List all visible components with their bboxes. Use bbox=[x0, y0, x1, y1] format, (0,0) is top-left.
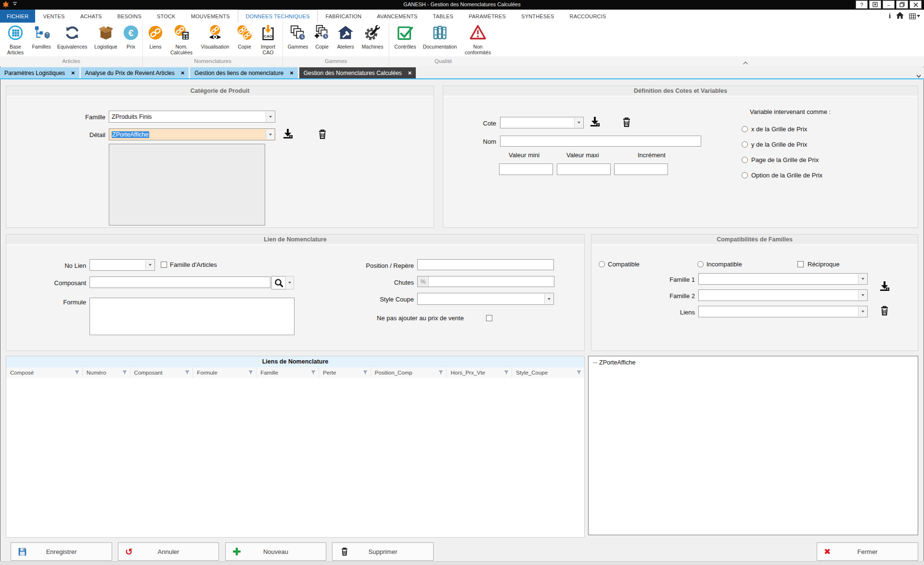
incompatible-radio[interactable] bbox=[697, 261, 704, 267]
help-button[interactable]: ? bbox=[856, 0, 868, 9]
nouveau-button[interactable]: Nouveau bbox=[225, 542, 326, 561]
close-tab-icon[interactable]: × bbox=[181, 71, 185, 75]
ribbon-item-nom-calculees[interactable]: Nom. Calculées bbox=[166, 23, 197, 56]
formule-textarea[interactable] bbox=[90, 298, 295, 335]
no-price-checkbox[interactable] bbox=[486, 315, 492, 321]
doc-tab-parametres-logistiques[interactable]: Paramètres Logistiques × bbox=[0, 67, 79, 78]
minimize-button[interactable]: – bbox=[883, 0, 895, 9]
no-lien-combobox[interactable] bbox=[90, 259, 155, 271]
menu-tab-syntheses[interactable]: SYNTHÈSES bbox=[513, 10, 562, 23]
ribbon-item-import-cao[interactable]: CAO Import CAO bbox=[256, 23, 281, 56]
menu-tab-donnees-techniques[interactable]: DONNÉES TECHNIQUES bbox=[238, 10, 318, 23]
ribbon-item-liens[interactable]: Liens bbox=[145, 23, 166, 56]
ribbon-item-logistique[interactable]: Logistique bbox=[90, 23, 121, 56]
column-header-style-coupe[interactable]: Style_Coupe bbox=[512, 367, 584, 378]
float-window-button[interactable] bbox=[869, 0, 881, 9]
famille2-combobox[interactable] bbox=[698, 289, 868, 301]
annuler-button[interactable]: ↺ Annuler bbox=[118, 542, 219, 561]
nom-input[interactable] bbox=[500, 136, 701, 147]
detail-combobox[interactable]: ZPorteAffiche bbox=[109, 128, 275, 140]
column-header-position-comp[interactable]: Position_Comp bbox=[371, 367, 447, 378]
delete-cote-button[interactable] bbox=[620, 116, 633, 128]
famille1-combobox[interactable] bbox=[698, 273, 868, 285]
chevron-down-icon[interactable] bbox=[544, 294, 553, 304]
ribbon-item-controles[interactable]: Contrôles bbox=[391, 23, 419, 56]
validate-cote-button[interactable] bbox=[589, 116, 601, 128]
close-tab-icon[interactable]: × bbox=[290, 71, 294, 75]
style-coupe-combobox[interactable] bbox=[417, 293, 554, 305]
close-tab-icon[interactable]: × bbox=[71, 71, 75, 75]
chevron-down-icon[interactable] bbox=[858, 307, 867, 316]
menu-tab-achats[interactable]: ACHATS bbox=[73, 10, 110, 23]
ribbon-item-familles[interactable]: Familles bbox=[29, 23, 54, 56]
composant-input[interactable] bbox=[90, 276, 270, 288]
ribbon-item-ateliers[interactable]: Ateliers bbox=[333, 23, 358, 56]
menu-tab-raccourcis[interactable]: RACCOURCIS bbox=[562, 10, 614, 23]
ribbon-item-visualisation[interactable]: Visualisation bbox=[197, 23, 233, 56]
valeur-mini-input[interactable] bbox=[499, 163, 553, 175]
detail-listbox[interactable] bbox=[109, 144, 265, 226]
column-header-formule[interactable]: Formule bbox=[193, 367, 257, 378]
composant-search-dropdown[interactable] bbox=[285, 276, 294, 289]
filter-funnel-icon[interactable] bbox=[75, 370, 79, 375]
delete-compatibilite-button[interactable] bbox=[878, 304, 891, 317]
filter-funnel-icon[interactable] bbox=[311, 370, 316, 375]
menu-tab-fabrication[interactable]: FABRICATION bbox=[318, 10, 369, 23]
chevron-down-icon[interactable] bbox=[574, 118, 583, 127]
radio-y-grille[interactable] bbox=[742, 141, 748, 148]
close-tab-icon[interactable]: × bbox=[408, 71, 412, 75]
ribbon-item-non-conformites[interactable]: Non conformités bbox=[461, 23, 495, 56]
composant-search-button[interactable] bbox=[271, 276, 286, 289]
filter-funnel-icon[interactable] bbox=[363, 370, 368, 375]
doc-tab-gestion-liens-nomenclature[interactable]: Gestion des liens de nomenclature × bbox=[190, 67, 297, 78]
filter-funnel-icon[interactable] bbox=[438, 370, 443, 375]
enregistrer-button[interactable]: Enregistrer bbox=[11, 542, 112, 561]
menu-tab-stock[interactable]: STOCK bbox=[149, 10, 183, 23]
validate-detail-button[interactable] bbox=[282, 128, 294, 140]
ribbon-item-prix[interactable]: € Prix bbox=[121, 23, 141, 56]
filter-funnel-icon[interactable] bbox=[248, 370, 253, 375]
menu-tab-ventes[interactable]: VENTES bbox=[35, 10, 72, 23]
doc-tab-analyse-prix-revient[interactable]: Analyse du Prix de Revient Articles × bbox=[81, 67, 189, 78]
famille-articles-checkbox[interactable] bbox=[161, 262, 167, 268]
radio-option-grille[interactable] bbox=[742, 172, 748, 178]
column-header-composant[interactable]: Composant bbox=[130, 367, 193, 378]
column-header-perte[interactable]: Perte bbox=[319, 367, 371, 378]
delete-detail-button[interactable] bbox=[316, 128, 329, 140]
ribbon-item-documentation[interactable]: Documentation bbox=[419, 23, 461, 56]
filter-funnel-icon[interactable] bbox=[122, 370, 127, 375]
valeur-maxi-input[interactable] bbox=[557, 163, 611, 175]
compatible-radio[interactable] bbox=[599, 261, 605, 267]
ribbon-item-machines[interactable]: Machines bbox=[358, 23, 387, 56]
menu-tab-fichier[interactable]: FICHIER bbox=[0, 10, 35, 23]
chevron-down-icon[interactable] bbox=[145, 260, 154, 270]
famille-combobox[interactable]: ZProduits Finis bbox=[109, 111, 275, 123]
home-icon[interactable] bbox=[896, 12, 904, 21]
restore-button[interactable] bbox=[896, 0, 908, 9]
column-header-hors-prx-vte[interactable]: Hors_Prx_Vte bbox=[447, 367, 512, 378]
chevron-down-icon[interactable] bbox=[266, 129, 274, 139]
reciproque-checkbox[interactable] bbox=[797, 261, 804, 267]
column-header-famille[interactable]: Famille bbox=[257, 367, 319, 378]
ribbon-collapse-icon[interactable] bbox=[743, 58, 749, 65]
chevron-down-icon[interactable] bbox=[858, 290, 867, 300]
fermer-button[interactable]: ✖ Fermer bbox=[817, 542, 918, 561]
liens-combobox[interactable] bbox=[698, 306, 868, 317]
menu-tab-mouvements[interactable]: MOUVEMENTS bbox=[183, 10, 238, 23]
radio-x-grille[interactable] bbox=[742, 126, 748, 132]
grid-view-icon[interactable] bbox=[909, 13, 920, 19]
filter-funnel-icon[interactable] bbox=[185, 370, 190, 375]
column-header-numero[interactable]: Numéro bbox=[83, 367, 130, 378]
validate-compatibilite-button[interactable] bbox=[878, 280, 891, 293]
cote-combobox[interactable] bbox=[500, 117, 584, 128]
tree-node-root[interactable]: ZPorteAffiche bbox=[593, 359, 636, 366]
grid-body-empty[interactable] bbox=[6, 378, 584, 537]
chutes-input[interactable]: % bbox=[417, 276, 554, 287]
filter-funnel-icon[interactable] bbox=[504, 370, 509, 375]
ribbon-item-gammes[interactable]: Gammes bbox=[285, 23, 311, 56]
menu-tab-parametres[interactable]: PARAMÈTRES bbox=[461, 10, 513, 23]
radio-page-grille[interactable] bbox=[742, 157, 748, 163]
menu-tab-besoins[interactable]: BESOINS bbox=[110, 10, 149, 23]
ribbon-item-base-articles[interactable]: Base Articles bbox=[2, 23, 29, 56]
chevron-down-icon[interactable] bbox=[266, 112, 274, 122]
